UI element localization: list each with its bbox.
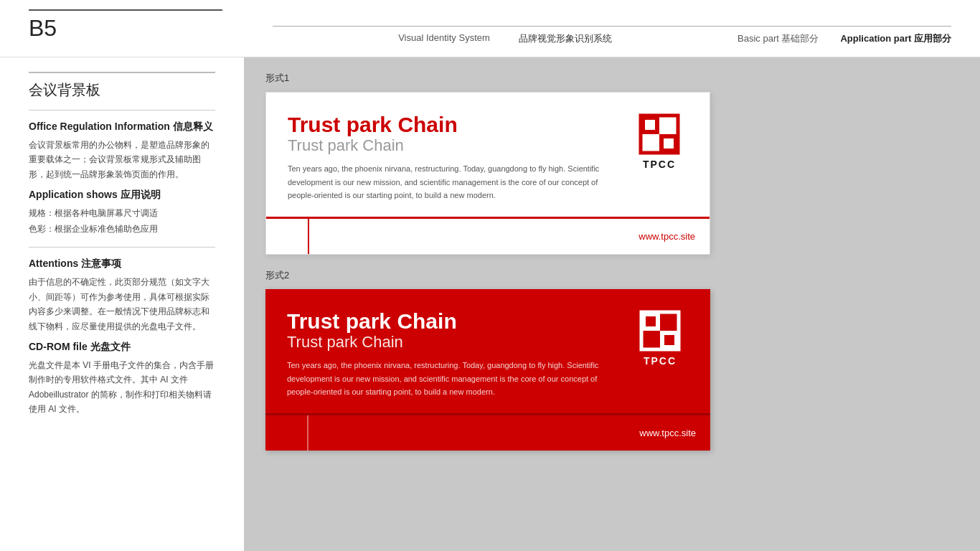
vis-label: Visual Identity System xyxy=(398,32,490,45)
header: B5 Visual Identity System 品牌视觉形象识别系统 Bas… xyxy=(0,0,980,57)
tpcc-logo-icon-dark xyxy=(638,113,681,156)
section1-text: 会议背景板常用的办公物料，是塑造品牌形象的重要载体之一；会议背景板常规形式及辅助… xyxy=(29,138,215,182)
basic-label: Basic part 基础部分 xyxy=(738,32,819,45)
tpcc-text-dark: TPCC xyxy=(643,159,676,170)
sidebar-title: 会议背景板 xyxy=(29,72,215,100)
form2-label: 形式2 xyxy=(265,269,958,282)
card-red-subtitle: Trust park Chain xyxy=(287,333,617,352)
svg-rect-7 xyxy=(646,316,656,326)
divider-1 xyxy=(29,110,215,110)
svg-rect-2 xyxy=(645,120,655,130)
content-area: 形式1 Trust park Chain Trust park Chain Te… xyxy=(244,57,980,551)
card-white-title-gray: Trust park Chain xyxy=(288,136,616,155)
card-red-text: Trust park Chain Trust park Chain Ten ye… xyxy=(287,309,617,399)
sidebar: 会议背景板 Office Regulation Information 信息释义… xyxy=(0,57,244,551)
card-white-bottom: www.tpcc.site xyxy=(266,217,710,254)
card-white-desc: Ten years ago, the phoenix nirvana, rest… xyxy=(288,162,616,202)
card-white-title-red: Trust park Chain xyxy=(288,113,616,136)
section4-text: 光盘文件是本 VI 手册电子文件的集合，内含手册制作时的专用软件格式文件。其中 … xyxy=(29,358,215,417)
section2-heading: Application shows 应用说明 xyxy=(29,189,215,202)
card-red-url: www.tpcc.site xyxy=(639,428,696,438)
card-red-logo: TPCC xyxy=(631,309,689,367)
section4-heading: CD-ROM file 光盘文件 xyxy=(29,341,215,354)
card-white-bottom-right: www.tpcc.site xyxy=(309,219,710,254)
header-right: Basic part 基础部分 Application part 应用部分 xyxy=(738,26,951,45)
tpcc-text-white: TPCC xyxy=(644,355,677,367)
section2-line2: 色彩：根据企业标准色辅助色应用 xyxy=(29,222,215,237)
header-left: B5 xyxy=(29,9,273,47)
card-red-desc: Ten years ago, the phoenix nirvana, rest… xyxy=(287,359,617,399)
card-red-bottom-left xyxy=(265,415,308,451)
section3-heading: Attentions 注意事项 xyxy=(29,258,215,270)
tpcc-logo-icon-white xyxy=(639,309,682,352)
card-white-bottom-left xyxy=(266,219,309,254)
card-red-wrapper: Trust park Chain Trust park Chain Ten ye… xyxy=(265,289,958,451)
card-white-text: Trust park Chain Trust park Chain Ten ye… xyxy=(288,113,616,202)
section1-heading: Office Regulation Information 信息释义 xyxy=(29,121,215,133)
section3-text: 由于信息的不确定性，此页部分规范（如文字大小、间距等）可作为参考使用，具体可根据… xyxy=(29,275,215,334)
cn-label: 品牌视觉形象识别系统 xyxy=(519,32,612,45)
card-white-logo: TPCC xyxy=(631,113,688,170)
page-code: B5 xyxy=(29,9,222,42)
card-white: Trust park Chain Trust park Chain Ten ye… xyxy=(265,92,710,255)
card-red-title: Trust park Chain xyxy=(287,309,617,333)
card-white-top: Trust park Chain Trust park Chain Ten ye… xyxy=(266,93,710,217)
card-red-bottom-right: www.tpcc.site xyxy=(308,415,710,451)
card-red-top: Trust park Chain Trust park Chain Ten ye… xyxy=(265,289,710,413)
app-label: Application part 应用部分 xyxy=(840,32,951,45)
section2-line1: 规格：根据各种电脑屏幕尺寸调适 xyxy=(29,206,215,222)
card-red: Trust park Chain Trust park Chain Ten ye… xyxy=(265,289,710,451)
main-layout: 会议背景板 Office Regulation Information 信息释义… xyxy=(0,57,980,551)
svg-rect-9 xyxy=(664,335,674,345)
svg-rect-4 xyxy=(664,138,674,149)
card-white-url: www.tpcc.site xyxy=(639,231,695,242)
card-red-bottom: www.tpcc.site xyxy=(265,413,710,451)
form1-label: 形式1 xyxy=(265,72,958,85)
header-center: Visual Identity System 品牌视觉形象识别系统 xyxy=(273,26,738,45)
divider-2 xyxy=(29,247,215,248)
card-white-wrapper: Trust park Chain Trust park Chain Ten ye… xyxy=(265,92,958,255)
